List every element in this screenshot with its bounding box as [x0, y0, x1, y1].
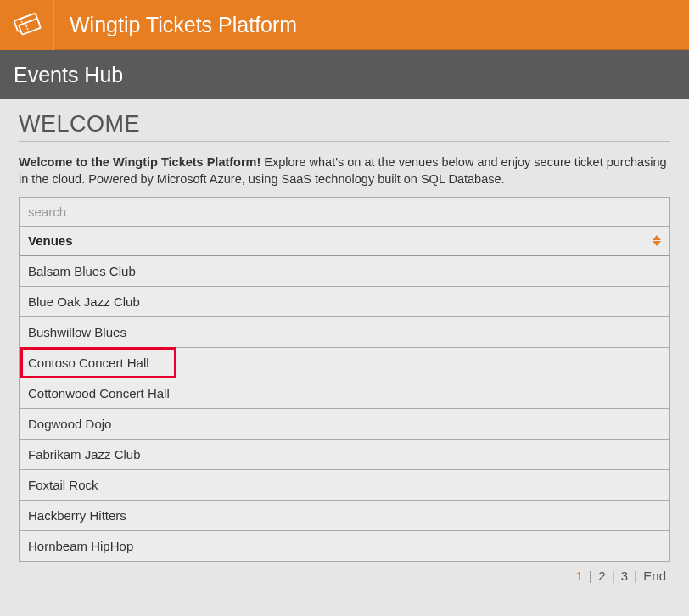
- sub-header: Events Hub: [0, 50, 689, 99]
- venues-table: Venues Balsam Blues ClubBlue Oak Jazz Cl…: [19, 197, 670, 562]
- pagination-separator: |: [629, 568, 642, 583]
- pagination: 1 | 2 | 3 | End: [19, 562, 670, 583]
- table-header-label: Venues: [28, 233, 73, 248]
- venue-row[interactable]: Foxtail Rock: [20, 470, 669, 501]
- page-link[interactable]: End: [642, 568, 667, 583]
- venue-row[interactable]: Fabrikam Jazz Club: [20, 440, 669, 470]
- venue-name: Hornbeam HipHop: [28, 539, 133, 553]
- table-header: Venues: [20, 227, 669, 256]
- venue-name: Blue Oak Jazz Club: [28, 294, 140, 309]
- intro-text: Welcome to the Wingtip Tickets Platform!…: [19, 154, 670, 188]
- content-area: WELCOME Welcome to the Wingtip Tickets P…: [0, 99, 689, 591]
- pagination-separator: |: [584, 568, 597, 583]
- venue-name: Hackberry Hitters: [28, 508, 126, 523]
- page-link[interactable]: 1: [575, 568, 584, 583]
- venue-row[interactable]: Hornbeam HipHop: [20, 531, 669, 561]
- page-link[interactable]: 2: [597, 568, 606, 583]
- app-title: Wingtip Tickets Platform: [54, 0, 297, 49]
- venue-row[interactable]: Cottonwood Concert Hall: [20, 378, 669, 409]
- venue-name: Balsam Blues Club: [28, 264, 136, 278]
- tickets-icon: [10, 7, 44, 44]
- venue-row[interactable]: Balsam Blues Club: [20, 256, 669, 287]
- header-bar: Wingtip Tickets Platform: [0, 0, 689, 50]
- logo-box: [0, 0, 54, 50]
- sort-icon[interactable]: [653, 235, 661, 246]
- venue-row[interactable]: Blue Oak Jazz Club: [20, 287, 669, 317]
- page-link[interactable]: 3: [620, 568, 629, 583]
- venue-row[interactable]: Contoso Concert Hall: [20, 348, 669, 378]
- venue-row[interactable]: Dogwood Dojo: [20, 409, 669, 440]
- venue-row[interactable]: Bushwillow Blues: [20, 317, 669, 348]
- venue-row[interactable]: Hackberry Hitters: [20, 501, 669, 531]
- search-input[interactable]: [20, 198, 669, 226]
- welcome-heading: WELCOME: [19, 111, 670, 142]
- pagination-separator: |: [606, 568, 619, 583]
- search-row: [20, 198, 669, 227]
- venue-name: Cottonwood Concert Hall: [28, 386, 170, 400]
- page-title: Events Hub: [14, 63, 123, 87]
- venue-name: Bushwillow Blues: [28, 325, 126, 339]
- venue-name: Contoso Concert Hall: [28, 356, 149, 370]
- venue-name: Fabrikam Jazz Club: [28, 447, 141, 462]
- svg-rect-2: [19, 18, 41, 34]
- intro-bold: Welcome to the Wingtip Tickets Platform!: [19, 155, 260, 169]
- venue-name: Dogwood Dojo: [28, 417, 111, 431]
- venue-name: Foxtail Rock: [28, 478, 98, 492]
